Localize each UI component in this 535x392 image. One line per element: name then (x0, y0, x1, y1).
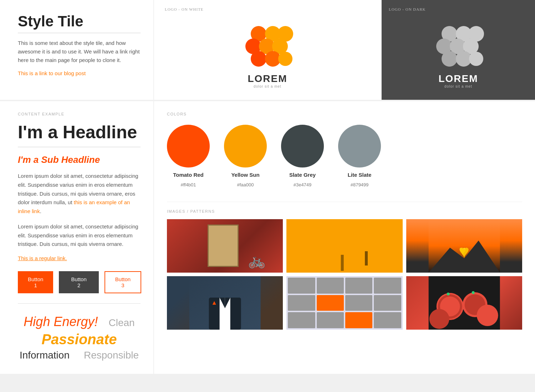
image-tomatoes (406, 276, 522, 330)
window-cell-orange (317, 295, 344, 311)
logo-dark-sub: dolor sit a met (444, 84, 472, 88)
intro-panel: Style Tile This is some text about the s… (0, 0, 153, 100)
svg-point-8 (278, 52, 292, 66)
image-business (167, 276, 283, 330)
right-bottom-panel: COLORS Tomato Red #ff4b01 Yellow Sun #fa… (154, 100, 535, 374)
intro-description: This is some text about the style tile, … (18, 39, 141, 65)
color-hex-liteslate: #879499 (351, 182, 369, 187)
color-circle-yellow (224, 125, 267, 167)
svg-point-38 (429, 309, 449, 329)
page-title: Style Tile (18, 13, 141, 30)
color-hex-yellow: #faa000 (237, 182, 254, 187)
images-grid: ♥ (167, 219, 522, 330)
headline-divider (18, 147, 141, 147)
images-label: IMAGES / PATTERNS (167, 202, 522, 213)
main-headline: I'm a Headline (18, 122, 141, 143)
window-cell (317, 312, 344, 328)
svg-point-37 (477, 305, 498, 326)
body-paragraph-1: Lorem ipsum dolor sit amet, consectetur … (18, 172, 141, 216)
svg-point-17 (469, 52, 483, 66)
image-building (286, 276, 402, 330)
svg-rect-18 (309, 219, 380, 273)
logo-dark-text: LOREM (438, 73, 478, 84)
button-3[interactable]: Button 3 (105, 271, 141, 293)
regular-link[interactable]: This is a regular link. (18, 255, 141, 261)
color-circle-liteslate (338, 125, 381, 167)
content-panel: CONTENT EXAMPLE I'm a Headline I'm a Sub… (0, 100, 153, 374)
logo-white-panel: LOGO - ON WHITE LOREM dolor sit a met (154, 0, 381, 100)
logo-dark-container: LOREM dolor sit a met (389, 19, 528, 93)
image-red-door (167, 219, 283, 273)
color-name-liteslate: Lite Slate (348, 172, 372, 178)
colors-row: Tomato Red #ff4b01 Yellow Sun #faa000 Sl… (167, 125, 522, 187)
logo-white-container: LOREM dolor sit a met (239, 19, 296, 93)
svg-point-15 (442, 51, 457, 67)
mood-row-1: High Energy! Clean (21, 314, 137, 329)
color-circle-slate (281, 125, 324, 167)
color-name-tomato: Tomato Red (173, 172, 204, 178)
svg-point-36 (472, 291, 474, 294)
svg-rect-19 (341, 255, 344, 271)
color-hex-tomato: #ff4b01 (180, 182, 196, 187)
colors-label: COLORS (167, 112, 522, 116)
window-cell (345, 278, 372, 294)
buttons-row: Button 1 Button 2 Button 3 (18, 271, 141, 293)
mood-passionate: Passionate (41, 331, 117, 347)
mood-row-3: Information Responsible (21, 350, 137, 361)
divider (18, 33, 141, 33)
color-item-tomato: Tomato Red #ff4b01 (167, 125, 210, 187)
color-item-liteslate: Lite Slate #879499 (338, 125, 381, 187)
sub-headline: I'm a Sub Headline (18, 154, 141, 165)
body-paragraph-2: Lorem ipsum dolor sit amet, consectetur … (18, 222, 141, 249)
image-heart-hands: ♥ (406, 219, 522, 273)
logo-white-sub: dolor sit a met (254, 84, 281, 88)
business-svg (167, 276, 283, 330)
mood-clean: Clean (108, 317, 134, 329)
window-cell (288, 295, 315, 311)
image-yellow (286, 219, 402, 273)
logo-dark-svg (430, 23, 487, 73)
mood-responsible: Responsible (84, 350, 139, 361)
color-name-slate: Slate Grey (289, 172, 316, 178)
color-item-slate: Slate Grey #3e4749 (281, 125, 324, 187)
content-section-label: CONTENT EXAMPLE (18, 112, 141, 116)
window-cell (374, 295, 401, 311)
heart-hands-svg: ♥ (406, 219, 522, 273)
mood-information: Information (20, 350, 70, 361)
window-cell (374, 278, 401, 294)
logo-dark-label: LOGO - ON DARK (389, 7, 528, 11)
logo-dark-panel: LOGO - ON DARK LOREM dolor sit a met (382, 0, 535, 100)
color-hex-slate: #3e4749 (294, 182, 312, 187)
svg-point-33 (447, 293, 449, 295)
window-cell (345, 295, 372, 311)
svg-text:♥: ♥ (459, 244, 466, 258)
window-cell (288, 312, 315, 328)
logo-white-svg (239, 23, 296, 73)
window-cell (374, 312, 401, 328)
svg-point-6 (251, 51, 266, 67)
color-name-yellow: Yellow Sun (231, 172, 259, 178)
logo-white-text: LOREM (248, 73, 287, 84)
mood-row-2: Passionate (21, 331, 137, 347)
window-cell (288, 278, 315, 294)
mood-words-section: High Energy! Clean Passionate Informatio… (18, 314, 141, 361)
tomatoes-svg (406, 276, 522, 330)
blog-link[interactable]: This is a link to our blog post (18, 70, 86, 76)
window-cell-orange (345, 312, 372, 328)
button-2[interactable]: Button 2 (59, 271, 98, 293)
window-cell (317, 278, 344, 294)
color-circle-tomato (167, 125, 210, 167)
yellow-svg (286, 219, 402, 273)
logo-white-label: LOGO - ON WHITE (161, 7, 204, 11)
color-item-yellow: Yellow Sun #faa000 (224, 125, 267, 187)
button-1[interactable]: Button 1 (18, 271, 53, 293)
mood-divider (18, 303, 141, 304)
mood-high-energy: High Energy! (24, 314, 98, 329)
